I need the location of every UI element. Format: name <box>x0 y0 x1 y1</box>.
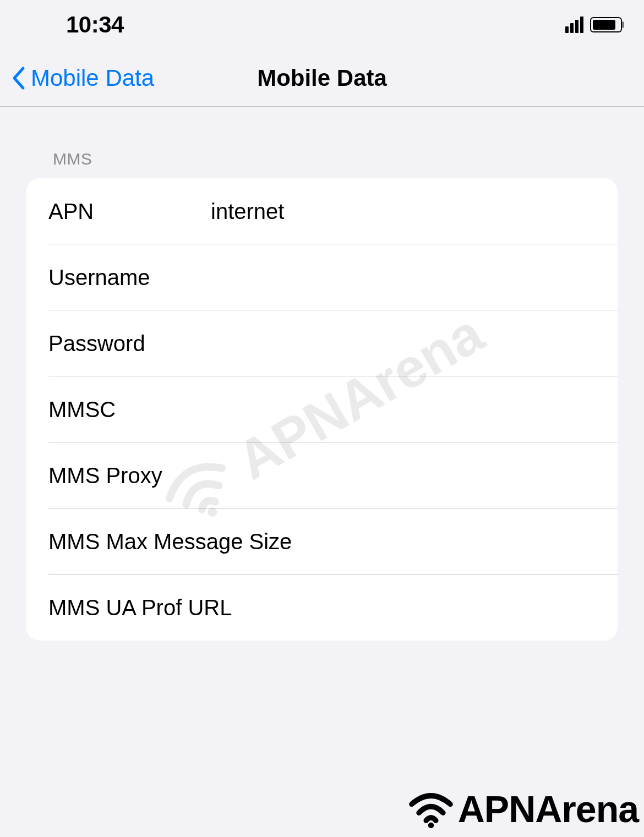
cellular-signal-icon <box>565 17 583 33</box>
battery-icon <box>590 17 622 32</box>
status-indicators <box>565 17 622 33</box>
input-mms-ua-prof-url[interactable] <box>232 595 596 620</box>
row-mms-ua-prof-url[interactable]: MMS UA Prof URL <box>26 575 618 641</box>
status-time: 10:34 <box>66 12 124 38</box>
row-label-mms-ua-prof-url: MMS UA Prof URL <box>48 595 232 620</box>
row-mms-max-message-size[interactable]: MMS Max Message Size <box>26 508 618 575</box>
row-label-mmsc: MMSC <box>48 397 211 422</box>
footer-logo: APNArena <box>406 787 638 830</box>
settings-group-mms: APN Username Password MMSC MMS Proxy MMS… <box>26 178 618 641</box>
input-password[interactable] <box>211 331 596 356</box>
input-mmsc[interactable] <box>211 397 596 422</box>
row-label-password: Password <box>48 331 211 356</box>
input-mms-max-message-size[interactable] <box>292 529 596 554</box>
row-password[interactable]: Password <box>26 310 618 376</box>
row-mmsc[interactable]: MMSC <box>26 376 618 442</box>
row-mms-proxy[interactable]: MMS Proxy <box>26 442 618 508</box>
status-bar: 10:34 <box>0 0 644 50</box>
chevron-left-icon <box>11 66 26 90</box>
input-mms-proxy[interactable] <box>211 463 596 488</box>
input-apn[interactable] <box>211 199 596 224</box>
settings-content: MMS APN Username Password MMSC MMS Proxy… <box>0 107 644 641</box>
input-username[interactable] <box>211 265 596 290</box>
row-label-username: Username <box>48 265 211 290</box>
navigation-bar: Mobile Data Mobile Data <box>0 50 644 107</box>
row-username[interactable]: Username <box>26 244 618 310</box>
row-apn[interactable]: APN <box>26 178 618 244</box>
row-label-mms-proxy: MMS Proxy <box>48 463 211 488</box>
svg-point-1 <box>428 823 434 829</box>
section-header-mms: MMS <box>26 150 618 178</box>
wifi-icon <box>406 790 456 828</box>
back-label: Mobile Data <box>31 65 154 91</box>
footer-logo-text: APNArena <box>458 787 638 830</box>
back-button[interactable]: Mobile Data <box>0 65 154 91</box>
row-label-apn: APN <box>48 199 211 224</box>
row-label-mms-max-message-size: MMS Max Message Size <box>48 529 292 554</box>
page-title: Mobile Data <box>257 65 387 91</box>
